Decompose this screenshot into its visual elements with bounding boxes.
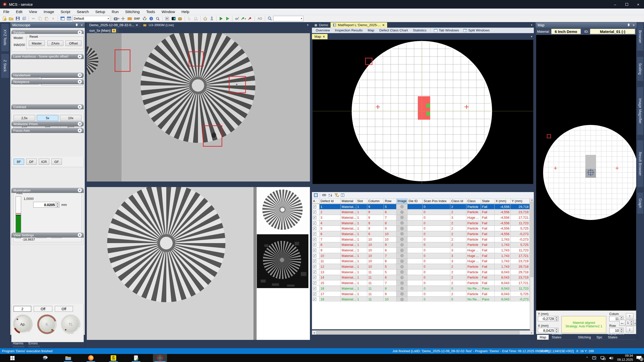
table-row[interactable]: ✓3Material...19703Huge ...Fail-4,55617,7… <box>312 215 530 220</box>
right-strip-tab-2[interactable]: Image Magnifier <box>637 87 643 135</box>
wafer-map-large[interactable] <box>312 40 533 184</box>
save-all-icon[interactable] <box>21 16 27 22</box>
column-header-dieid[interactable]: Die ID <box>408 199 423 204</box>
right-strip-tab-3[interactable]: Result Browser <box>637 140 643 187</box>
tab-list-dropdown-icon[interactable]: ▾ <box>307 23 308 27</box>
menu-stitching[interactable]: Stitching <box>122 9 143 15</box>
right-strip-tab-0[interactable]: Browser <box>637 23 643 51</box>
row-checkbox[interactable]: ✓ <box>312 220 319 226</box>
columns-icon[interactable] <box>341 193 345 197</box>
focus-value-spinner[interactable]: 0.0205 ▲▼ <box>33 202 59 208</box>
menu-run[interactable]: Run <box>108 9 122 15</box>
il-value-field[interactable]: Off <box>34 306 52 312</box>
notification-icon[interactable]: 1 <box>636 356 641 360</box>
sync-icon[interactable] <box>592 356 597 360</box>
ruler-icon[interactable] <box>127 16 133 22</box>
checkbox-checked-icon[interactable]: ✓ <box>313 238 316 241</box>
column-header-ymm[interactable]: Y (mm) <box>511 199 530 204</box>
table-row[interactable]: ✓11Material...110603Huge ...Fail1,74323,… <box>312 259 530 264</box>
nosepiece-2,5x[interactable]: 2,5x <box>14 115 35 121</box>
column-header-row[interactable]: Row <box>384 199 396 204</box>
pointer-icon[interactable] <box>186 16 192 22</box>
table-row[interactable]: ✓18Material...1111000No Re...Pass8,043-0… <box>312 297 530 302</box>
nav-overview[interactable]: Overview <box>313 28 332 32</box>
table-row[interactable]: ✓10Material...110703Huge ...Fail1,74317,… <box>312 253 530 259</box>
run-fast-icon[interactable] <box>225 16 231 22</box>
column-header-class[interactable]: Class <box>466 199 481 204</box>
column-header-xmm[interactable]: X (mm) <box>495 199 511 204</box>
copy-icon[interactable] <box>37 16 43 22</box>
section-laser-header[interactable]: Laser Autofocus - Scene specific offset!… <box>11 54 84 59</box>
table-row[interactable]: ✓12Material...110502ParticleFail1,74329,… <box>312 264 530 269</box>
camera-icon[interactable]: ▾ <box>113 16 119 22</box>
select-all-icon[interactable] <box>314 193 318 197</box>
column-header-material[interactable]: Material <box>341 199 356 204</box>
close-tab-icon[interactable]: ✕ <box>323 35 325 38</box>
magnifier-icon[interactable] <box>155 16 161 22</box>
column-header-classid[interactable]: Class Id <box>450 199 466 204</box>
joystick-icon[interactable] <box>209 16 215 22</box>
section-wollaston-header[interactable]: Wollaston Prism « <box>11 121 84 126</box>
close-button[interactable]: × <box>632 0 644 9</box>
menu-edit[interactable]: Edit <box>13 9 26 15</box>
section-contrast-header[interactable]: Contrast « <box>11 104 84 109</box>
step-up-button[interactable]: ↑ <box>626 313 633 319</box>
row-checkbox[interactable]: ✓ <box>312 242 319 248</box>
step-spinner[interactable]: 1▲▼ <box>626 320 633 326</box>
row-checkbox[interactable]: ✓ <box>312 275 319 280</box>
table-row[interactable]: ✓6Material...191002ParticleFail-4,556-0,… <box>312 231 530 237</box>
tl-value-field[interactable]: Off <box>55 306 73 312</box>
reset-master-button[interactable]: Master <box>29 40 45 46</box>
search-combobox[interactable]: ▾ <box>273 16 303 21</box>
tab-sun5x[interactable]: sun_5x [Main]✕ <box>87 28 118 33</box>
checkbox-checked-icon[interactable]: ✓ <box>313 210 316 214</box>
tab-map-view[interactable]: Map✕ <box>312 34 328 39</box>
layout-window-icon[interactable] <box>59 16 65 22</box>
row-checkbox[interactable]: ✓ <box>312 226 319 231</box>
button-tab-windows[interactable]: Tab Windows <box>432 28 461 32</box>
tab-map[interactable]: Map <box>537 335 549 340</box>
cvidi-icon[interactable]: CViDi <box>108 354 119 362</box>
id-value-field[interactable]: Material_01 (-) <box>590 29 635 34</box>
run-icon[interactable] <box>218 16 224 22</box>
snapshot-icon[interactable] <box>177 16 183 22</box>
notepad-icon[interactable] <box>130 354 142 362</box>
home-icon[interactable] <box>202 16 208 22</box>
checkbox-checked-icon[interactable]: ✓ <box>313 216 316 219</box>
tray-chevron-icon[interactable]: ⌃ <box>586 356 589 360</box>
right-strip-tab-1[interactable]: Scaling <box>637 57 643 81</box>
menu-help[interactable]: Help <box>178 9 193 15</box>
row-checkbox[interactable]: ✓ <box>312 259 319 264</box>
right-strip-tab-4[interactable]: Graph <box>637 193 643 214</box>
mcs-icon[interactable] <box>153 354 167 362</box>
camera-live-icon[interactable] <box>171 16 177 22</box>
table-row[interactable]: ✓5Material...19902ParticleFail-4,5565,72… <box>312 226 530 231</box>
row-checkbox[interactable]: ✓ <box>312 253 319 258</box>
panel-close-icon[interactable]: × <box>81 23 83 27</box>
row-checkbox[interactable]: ✓ <box>312 280 319 286</box>
close-tab-icon[interactable]: ✕ <box>136 23 138 27</box>
tab-matreport[interactable]: MatReport L:'Demo_2025-...✕ <box>331 22 387 28</box>
tab-live-camera[interactable]: U3-3990M (Live) <box>141 22 177 28</box>
material-value-field[interactable]: 6 Inch Demo <box>551 29 581 34</box>
tab-equipment-states[interactable]: Equipment States <box>605 331 637 340</box>
speaker-icon[interactable] <box>609 356 614 360</box>
checkbox-checked-icon[interactable]: ✓ <box>313 254 316 257</box>
crosshair-icon[interactable] <box>120 16 126 22</box>
errors-button[interactable]: Errors <box>28 341 40 348</box>
cut-icon[interactable]: ✂ <box>30 16 36 22</box>
save-icon[interactable] <box>15 16 21 22</box>
checkbox-checked-icon[interactable]: ✓ <box>313 259 316 263</box>
table-row[interactable]: ✓14Material...111602ParticleFail8,04323,… <box>312 275 530 281</box>
scroll-left-icon[interactable]: ◂ <box>312 331 316 334</box>
nav-map[interactable]: Map <box>366 28 377 32</box>
checkbox-checked-icon[interactable]: ✓ <box>313 205 316 208</box>
network-icon[interactable] <box>600 356 606 360</box>
checkbox-checked-icon[interactable]: ✓ <box>313 265 316 268</box>
reset-offset-button[interactable]: Offset <box>65 40 82 46</box>
checkbox-checked-icon[interactable]: ✓ <box>313 249 316 252</box>
table-row[interactable]: ✓9Material...110803Huge ...Fail1,74311,7… <box>312 248 530 253</box>
viewer-splitter[interactable] <box>254 187 257 340</box>
menu-window[interactable]: Window <box>158 9 178 15</box>
row-checkbox[interactable]: ✓ <box>312 286 319 291</box>
